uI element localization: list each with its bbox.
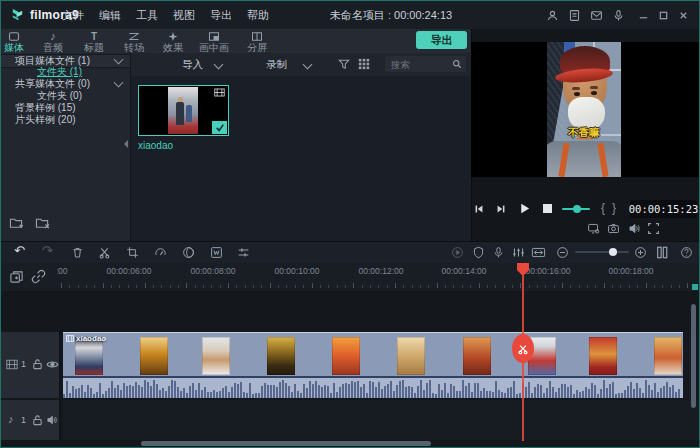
fullscreen-icon[interactable]	[647, 222, 660, 235]
speed-icon[interactable]	[154, 246, 167, 259]
sidebar-item-intro-samples[interactable]: 片头样例 (20)	[1, 114, 130, 126]
panel-collapse-arrow[interactable]	[124, 140, 128, 148]
display-settings-icon[interactable]	[587, 222, 600, 235]
ruler-label: 00:00:10:00	[269, 266, 325, 276]
link-clips-icon[interactable]	[31, 269, 46, 284]
audio-mixer-icon[interactable]	[512, 246, 525, 259]
grid-view-icon[interactable]	[358, 58, 370, 70]
lock-icon[interactable]	[32, 414, 43, 426]
delete-icon[interactable]	[71, 246, 84, 259]
video-clip-icon	[214, 88, 225, 97]
menu-item-导出[interactable]: 导出	[210, 8, 232, 23]
redo-icon[interactable]: ↷	[42, 243, 53, 259]
adjust-sliders-icon[interactable]	[237, 246, 250, 259]
manage-tracks-icon[interactable]	[9, 269, 24, 284]
mic-icon[interactable]	[612, 9, 625, 22]
account-icon[interactable]	[546, 9, 559, 22]
color-correction-icon[interactable]	[182, 246, 195, 259]
preview-speaker-icon[interactable]	[628, 222, 641, 235]
menu-item-工具[interactable]: 工具	[136, 8, 158, 23]
help-icon[interactable]	[680, 246, 693, 259]
tab-effects[interactable]: 效果	[151, 31, 195, 53]
audio-track-number: 1	[21, 415, 26, 425]
snapshot-camera-icon[interactable]	[607, 222, 620, 235]
asset-tabbar: 媒体 ♪ 音频 T 标题 转场 效果 画中画 分屏	[1, 29, 471, 53]
clip-thumbnail-red-food	[463, 337, 491, 375]
timeline-zoom-handle[interactable]	[609, 248, 617, 256]
transition-icon	[128, 31, 140, 42]
selected-check-icon	[212, 121, 227, 134]
tab-titles[interactable]: T 标题	[72, 31, 116, 53]
menu-item-文件[interactable]: 文件	[62, 8, 84, 23]
search-input[interactable]	[389, 58, 449, 71]
filter-icon[interactable]	[338, 58, 350, 70]
add-folder-icon[interactable]	[9, 216, 24, 230]
volume-slider-handle[interactable]	[573, 205, 581, 213]
lock-icon[interactable]	[32, 358, 43, 370]
feedback-icon[interactable]	[568, 9, 581, 22]
media-thumbnail	[168, 87, 198, 134]
eye-icon[interactable]	[46, 359, 59, 370]
mark-in-icon[interactable]: {	[601, 201, 605, 215]
clip-waveform	[63, 378, 683, 398]
close-icon[interactable]	[678, 10, 689, 21]
zoom-out-icon[interactable]	[556, 246, 569, 259]
stop-button[interactable]	[543, 204, 552, 213]
advanced-text-icon[interactable]	[210, 246, 223, 259]
sparkle-icon	[167, 31, 179, 42]
menu-item-视图[interactable]: 视图	[173, 8, 195, 23]
media-icon	[8, 31, 20, 42]
timeline-ruler[interactable]: 00:00:04:00 00:00:06:00 00:00:08:00 00:0…	[1, 263, 700, 291]
clip-thumbnail-wrap-food	[397, 337, 425, 375]
ruler-label: 00:00:08:00	[185, 266, 241, 276]
shield-icon[interactable]	[472, 246, 485, 259]
mail-icon[interactable]	[590, 9, 603, 22]
timeline-clip-xiaodao[interactable]: xiaodao	[63, 332, 683, 398]
project-title: 未命名项目 : 00:00:24:13	[301, 1, 481, 29]
zoom-in-icon[interactable]	[634, 246, 647, 259]
next-frame-button[interactable]	[495, 203, 507, 215]
pip-icon	[208, 31, 220, 42]
record-voiceover-icon[interactable]	[492, 246, 505, 259]
tab-audio[interactable]: ♪ 音频	[31, 31, 75, 53]
audio-track-note-icon: ♪	[8, 413, 14, 425]
crop-icon[interactable]	[126, 246, 139, 259]
record-button[interactable]: 录制	[266, 58, 287, 72]
export-button[interactable]: 导出	[416, 31, 467, 49]
menu-item-帮助[interactable]: 帮助	[247, 8, 269, 23]
chevron-down-icon[interactable]	[114, 78, 124, 88]
mark-out-icon[interactable]: }	[612, 201, 616, 215]
ruler-label: 00:00:12:00	[353, 266, 409, 276]
search-icon[interactable]	[452, 59, 462, 69]
import-button[interactable]: 导入	[182, 58, 203, 72]
delete-folder-icon[interactable]	[35, 216, 50, 230]
speaker-icon[interactable]	[46, 414, 58, 426]
render-preview-icon[interactable]	[451, 246, 464, 259]
clip-thumbnail-fried-food	[140, 337, 168, 375]
clip-filmstrip	[63, 337, 683, 375]
video-track-icon	[6, 359, 18, 370]
previous-frame-button[interactable]	[473, 203, 485, 215]
chevron-down-icon[interactable]	[114, 55, 124, 65]
vertical-scrollbar[interactable]	[691, 304, 696, 408]
clip-thumbnail-plate-food	[654, 337, 682, 375]
audio-track-lane[interactable]	[63, 400, 700, 440]
tab-transitions[interactable]: 转场	[112, 31, 156, 53]
maximize-icon[interactable]	[658, 10, 669, 21]
ruler-label: 00:00:06:00	[101, 266, 157, 276]
playhead-split-button[interactable]	[512, 334, 534, 363]
timeline-zoom-slider[interactable]	[575, 251, 629, 253]
minimize-icon[interactable]	[638, 10, 649, 21]
menu-item-编辑[interactable]: 编辑	[99, 8, 121, 23]
media-item-xiaodao[interactable]	[138, 85, 229, 136]
tab-split-screen[interactable]: 分屏	[235, 31, 279, 53]
track-tools	[1, 263, 57, 291]
horizontal-scrollbar[interactable]	[141, 441, 431, 446]
undo-icon[interactable]: ↶	[14, 243, 25, 259]
portrait-mode-icon[interactable]	[655, 246, 669, 259]
fit-timeline-icon[interactable]	[531, 246, 546, 259]
split-scissors-icon[interactable]	[98, 246, 111, 259]
tab-pip[interactable]: 画中画	[192, 31, 236, 53]
play-button[interactable]	[518, 202, 531, 215]
video-subtitle: 不香嘛	[547, 126, 621, 140]
